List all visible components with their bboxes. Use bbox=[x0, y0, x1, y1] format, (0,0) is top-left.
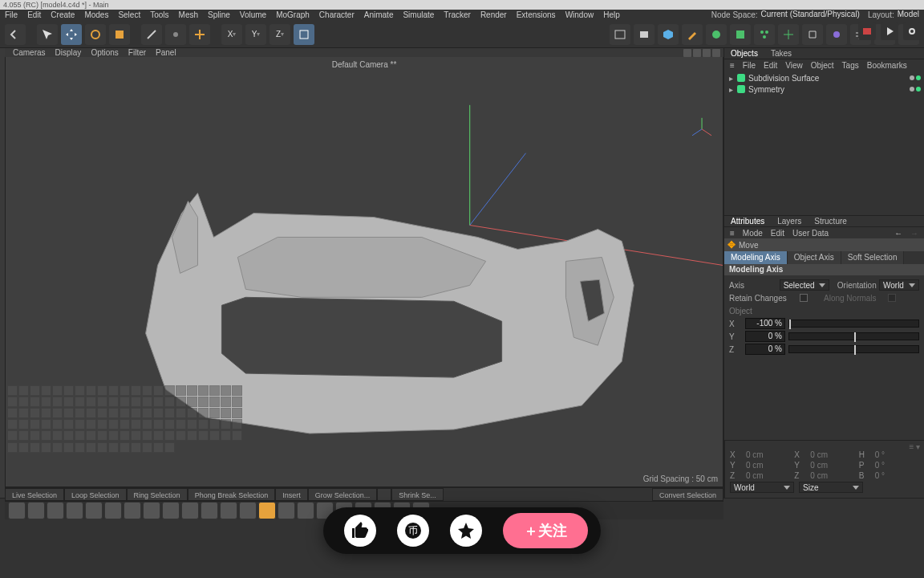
layout-value[interactable]: Model bbox=[898, 10, 924, 21]
attr-menu-icon[interactable]: ≡ bbox=[726, 229, 739, 238]
tab-phong-break[interactable]: Phong Break Selection bbox=[188, 488, 276, 501]
undo-icon[interactable] bbox=[5, 24, 26, 45]
tab-grow-selection[interactable]: Grow Selection... bbox=[308, 488, 378, 501]
axis-lock-icon[interactable] bbox=[141, 24, 162, 45]
menu-create[interactable]: Create bbox=[46, 10, 79, 21]
menu-modes[interactable]: Modes bbox=[79, 10, 113, 21]
attr-userdata[interactable]: User Data bbox=[788, 229, 833, 238]
y-slider[interactable] bbox=[788, 332, 919, 340]
brush-thumb[interactable] bbox=[297, 502, 314, 519]
tab-insert[interactable]: Insert bbox=[275, 488, 308, 501]
z-axis-icon[interactable]: Z▾ bbox=[270, 24, 290, 45]
tab-ring-selection[interactable]: Ring Selection bbox=[127, 488, 188, 501]
pos-x-value[interactable]: 0 cm bbox=[746, 450, 791, 459]
menu-volume[interactable]: Volume bbox=[235, 10, 271, 21]
brush-thumb[interactable] bbox=[278, 502, 295, 519]
tab-live-selection[interactable]: Live Selection bbox=[5, 488, 64, 501]
menu-file[interactable]: File bbox=[0, 10, 22, 21]
vp-filter[interactable]: Filter bbox=[124, 48, 151, 57]
add-icon[interactable] bbox=[189, 24, 210, 45]
pos-y-value[interactable]: 0 cm bbox=[746, 461, 791, 470]
size-y-value[interactable]: 0 cm bbox=[810, 461, 855, 470]
vp-nav-rotate-icon[interactable] bbox=[703, 49, 711, 57]
tab-structure[interactable]: Structure bbox=[808, 216, 853, 226]
y-value-input[interactable]: 0 % bbox=[745, 331, 785, 342]
op-bookmarks[interactable]: Bookmarks bbox=[863, 61, 911, 70]
axis-dropdown[interactable]: Selected bbox=[780, 279, 829, 291]
menu-spline[interactable]: Spline bbox=[203, 10, 235, 21]
op-tags[interactable]: Tags bbox=[838, 61, 863, 70]
z-slider[interactable] bbox=[788, 345, 919, 353]
along-normals-checkbox[interactable] bbox=[888, 294, 896, 302]
vp-display[interactable]: Display bbox=[51, 48, 87, 57]
vp-cameras[interactable]: Cameras bbox=[8, 48, 51, 57]
cursor-icon[interactable] bbox=[37, 24, 58, 45]
pos-z-value[interactable]: 0 cm bbox=[746, 471, 791, 480]
menu-animate[interactable]: Animate bbox=[359, 10, 399, 21]
object-row-subdivision[interactable]: ▸ Subdivision Surface bbox=[727, 72, 921, 83]
node-space-value[interactable]: Current (Standard/Physical) bbox=[761, 10, 865, 21]
brush-thumb[interactable] bbox=[47, 502, 64, 519]
brush-thumb[interactable] bbox=[124, 502, 141, 519]
op-file[interactable]: File bbox=[739, 61, 760, 70]
gear-icon[interactable] bbox=[903, 22, 921, 40]
mograph-icon[interactable] bbox=[754, 24, 775, 45]
record-icon[interactable] bbox=[858, 22, 876, 40]
coord-size-dropdown[interactable]: Size bbox=[799, 482, 863, 493]
world-axis-icon[interactable] bbox=[294, 24, 314, 45]
menu-character[interactable]: Character bbox=[314, 10, 359, 21]
retain-changes-checkbox[interactable] bbox=[800, 294, 808, 302]
attr-back-icon[interactable]: ← bbox=[890, 229, 906, 238]
brush-thumb[interactable] bbox=[201, 502, 218, 519]
op-menu-icon[interactable]: ≡ bbox=[726, 61, 739, 70]
subtab-soft-selection[interactable]: Soft Selection bbox=[841, 251, 905, 264]
op-view[interactable]: View bbox=[781, 61, 807, 70]
brush-thumb[interactable] bbox=[220, 502, 237, 519]
coord-space-dropdown[interactable]: World bbox=[730, 482, 794, 493]
vp-nav-zoom-icon[interactable] bbox=[693, 49, 701, 57]
tab-shrink-selection[interactable]: Shrink Se... bbox=[391, 488, 444, 501]
tab-loop-selection[interactable]: Loop Selection bbox=[64, 488, 127, 501]
menu-mograph[interactable]: MoGraph bbox=[271, 10, 314, 21]
op-object[interactable]: Object bbox=[807, 61, 838, 70]
brush-thumb[interactable] bbox=[27, 502, 45, 519]
attr-edit[interactable]: Edit bbox=[767, 229, 788, 238]
attr-fwd-icon[interactable]: → bbox=[906, 229, 922, 238]
brush-thumb[interactable] bbox=[181, 502, 199, 519]
field-icon[interactable] bbox=[778, 24, 799, 45]
brush-thumb[interactable] bbox=[8, 502, 26, 519]
vp-options[interactable]: Options bbox=[86, 48, 123, 57]
vp-panel[interactable]: Panel bbox=[151, 48, 181, 57]
orientation-dropdown[interactable]: World bbox=[879, 279, 919, 291]
play-icon[interactable] bbox=[881, 22, 898, 40]
perspective-viewport[interactable]: Default Camera ** bbox=[5, 57, 723, 487]
soft-select-icon[interactable] bbox=[165, 24, 186, 45]
brush-thumb[interactable] bbox=[104, 502, 122, 519]
tab-layers[interactable]: Layers bbox=[771, 216, 808, 226]
tab-extra-1[interactable] bbox=[377, 488, 391, 501]
x-slider[interactable] bbox=[788, 320, 919, 328]
rot-b-value[interactable]: 0 ° bbox=[875, 471, 920, 480]
generator-icon[interactable] bbox=[706, 24, 727, 45]
menu-select[interactable]: Select bbox=[113, 10, 145, 21]
brush-thumb[interactable] bbox=[239, 502, 257, 519]
rot-h-value[interactable]: 0 ° bbox=[875, 450, 920, 459]
menu-extensions[interactable]: Extensions bbox=[512, 10, 561, 21]
subtab-modeling-axis[interactable]: Modeling Axis bbox=[724, 251, 788, 264]
deformer-icon[interactable] bbox=[730, 24, 751, 45]
follow-button[interactable]: ＋关注 bbox=[503, 513, 588, 548]
x-axis-icon[interactable]: X▾ bbox=[221, 24, 242, 45]
cube-primitive-icon[interactable] bbox=[658, 24, 679, 45]
menu-help[interactable]: Help bbox=[598, 10, 625, 21]
menu-mesh[interactable]: Mesh bbox=[174, 10, 203, 21]
coin-icon[interactable]: 币 bbox=[397, 515, 429, 547]
vp-layout-icon[interactable] bbox=[712, 49, 720, 57]
rot-p-value[interactable]: 0 ° bbox=[875, 461, 920, 470]
object-tree[interactable]: ▸ Subdivision Surface ▸ Symmetry bbox=[724, 71, 924, 215]
tab-convert-selection[interactable]: Convert Selection bbox=[652, 488, 723, 501]
menu-tools[interactable]: Tools bbox=[145, 10, 173, 21]
z-value-input[interactable]: 0 % bbox=[745, 344, 785, 355]
menu-render[interactable]: Render bbox=[476, 10, 512, 21]
size-z-value[interactable]: 0 cm bbox=[810, 471, 855, 480]
scale-tool-icon[interactable] bbox=[109, 24, 130, 45]
